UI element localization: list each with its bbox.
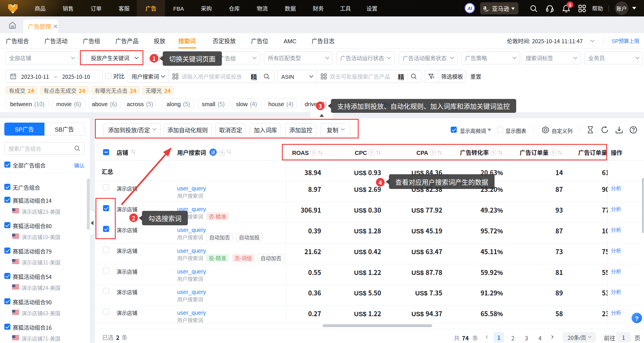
svg-text:a: a bbox=[483, 5, 487, 11]
